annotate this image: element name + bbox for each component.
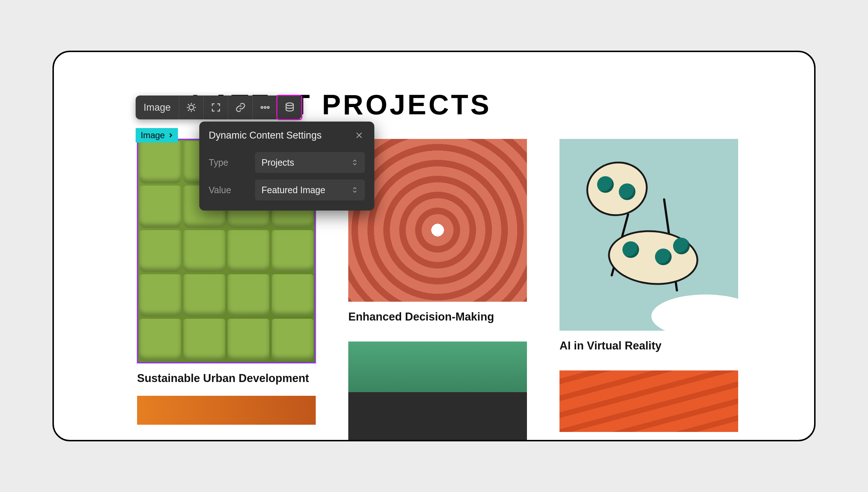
project-card[interactable]: Enhanced Decision-Making (348, 139, 527, 323)
dynamic-content-popover: Dynamic Content Settings Type Projects V… (199, 122, 374, 211)
dynamic-content-button[interactable] (277, 96, 302, 119)
link-button[interactable] (228, 96, 252, 119)
svg-line-6 (193, 110, 195, 111)
more-button[interactable] (252, 96, 277, 119)
popover-row-type: Type Projects (209, 152, 365, 173)
close-icon (355, 131, 363, 140)
project-title: Sustainable Urban Development (137, 372, 316, 385)
popover-row-value: Value Featured Image (209, 179, 365, 200)
expand-icon (210, 102, 221, 113)
svg-point-9 (261, 107, 263, 109)
chevron-up-down-icon (351, 159, 358, 166)
link-icon (235, 102, 246, 113)
projects-col-2: Enhanced Decision-Making (348, 139, 527, 441)
popover-header: Dynamic Content Settings (209, 130, 365, 141)
svg-point-11 (267, 107, 269, 109)
row-label: Value (209, 185, 248, 195)
project-image[interactable] (348, 139, 527, 302)
project-card[interactable] (137, 396, 316, 425)
value-select[interactable]: Featured Image (255, 179, 365, 200)
project-image[interactable] (559, 370, 738, 432)
project-image[interactable] (559, 139, 738, 331)
select-value: Projects (261, 157, 294, 168)
project-card[interactable] (348, 342, 527, 441)
popover-title: Dynamic Content Settings (209, 130, 322, 141)
expand-button[interactable] (203, 96, 228, 119)
chevron-right-icon (167, 132, 174, 139)
selection-tag[interactable]: Image (136, 128, 178, 143)
close-button[interactable] (353, 130, 365, 141)
corridor-art (348, 139, 527, 302)
svg-line-7 (188, 110, 189, 111)
svg-line-5 (188, 104, 189, 105)
project-title: Enhanced Decision-Making (348, 310, 527, 323)
project-card[interactable]: AI in Virtual Reality (559, 139, 738, 352)
adjust-button[interactable] (179, 96, 203, 119)
svg-point-0 (189, 105, 193, 110)
projects-col-3: AI in Virtual Reality (559, 139, 738, 432)
chair-art (586, 158, 693, 311)
svg-point-10 (264, 107, 266, 109)
project-card[interactable] (559, 370, 738, 432)
selection-tag-label: Image (141, 130, 165, 140)
database-icon (284, 102, 295, 113)
app-frame: LATEST PROJECTS Sustainable Urban Develo… (52, 51, 816, 441)
more-icon (260, 102, 271, 113)
adjust-icon (186, 102, 197, 113)
chevron-up-down-icon (351, 186, 358, 194)
project-title: AI in Virtual Reality (559, 339, 738, 352)
svg-line-8 (193, 104, 195, 105)
toolbar-label[interactable]: Image (136, 96, 179, 119)
type-select[interactable]: Projects (255, 152, 365, 173)
row-label: Type (209, 157, 248, 168)
image-toolbar: Image (136, 96, 302, 119)
project-image[interactable] (348, 342, 527, 441)
project-image[interactable] (137, 396, 316, 425)
select-value: Featured Image (261, 185, 326, 195)
svg-point-12 (286, 103, 293, 106)
canvas-content: LATEST PROJECTS Sustainable Urban Develo… (54, 52, 814, 440)
